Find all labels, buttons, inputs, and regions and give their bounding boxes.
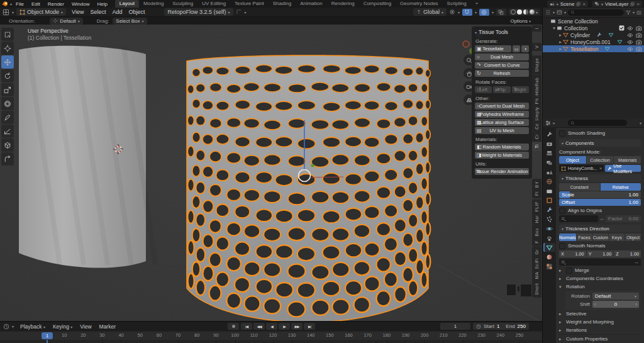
shift-field[interactable]: ‹0› (592, 301, 639, 308)
workspace-tab-geometry-nodes[interactable]: Geometry Nodes (396, 0, 442, 8)
pivot-point-icon[interactable] (449, 9, 455, 15)
editor-type-icon[interactable] (3, 9, 9, 16)
chevron-down-icon[interactable]: ▾ (475, 10, 477, 14)
factor-slider[interactable]: Factor 0.00 (606, 215, 641, 222)
orientation-setting-dropdown[interactable]: Default ▾ (50, 18, 82, 25)
tab-collection[interactable] (543, 186, 555, 195)
invert-icon[interactable]: ↔ (599, 216, 604, 222)
mode-dropdown[interactable]: Object Mode ▾ (16, 8, 66, 16)
thickness-mode-relative[interactable]: Relative (601, 183, 641, 191)
menu-window[interactable]: Window (68, 1, 93, 7)
scale-tool-button[interactable] (1, 83, 14, 96)
current-frame-field[interactable]: 1 (440, 323, 470, 330)
tab-object[interactable] (543, 196, 555, 205)
workspace-tab-layout[interactable]: Layout (115, 0, 139, 8)
sidebar-tab-i[interactable]: I (532, 25, 541, 31)
sidebar-tab-fi[interactable]: FI (532, 189, 541, 198)
merge-checkbox[interactable] (566, 267, 572, 274)
workspace-tab-scripting[interactable]: Scripting (443, 0, 471, 8)
menu-file[interactable]: File (12, 1, 28, 7)
filter-icon[interactable] (626, 10, 631, 15)
viewport-menu-add[interactable]: Add (109, 9, 125, 15)
sidebar-tab-f[interactable]: F (532, 238, 541, 246)
scale-slider[interactable]: Scale 1.00 (559, 191, 641, 198)
sidebar-tab-box[interactable]: Box (532, 225, 541, 239)
rotation-mode-dropdown[interactable]: Default ▾ (592, 293, 639, 300)
play-button[interactable]: ▶ (279, 323, 290, 330)
workspace-tab--[interactable]: + (471, 0, 483, 8)
random-materials-button[interactable]: ◧Random Materials (475, 143, 529, 150)
clock-icon[interactable] (3, 323, 9, 330)
camera-icon[interactable] (636, 46, 642, 52)
properties-search-input[interactable] (568, 120, 627, 126)
chevron-down-icon[interactable]: ▾ (553, 10, 555, 14)
transform-tool-button[interactable] (1, 97, 14, 110)
eye-icon[interactable] (627, 32, 633, 38)
viewport-menu-select[interactable]: Select (87, 9, 109, 15)
chevron-down-icon[interactable]: ▾ (553, 121, 555, 125)
display-mode-icon[interactable] (557, 9, 562, 15)
jump-to-end-button[interactable]: ▶| (304, 323, 315, 330)
sidebar-tab-shape[interactable]: Shape (532, 55, 541, 74)
new-viewlayer-icon[interactable] (630, 2, 635, 6)
convert-to-curve-button[interactable]: ↷Convert to Curve (475, 62, 529, 69)
new-collection-icon[interactable] (636, 10, 641, 15)
tab-world[interactable] (543, 177, 555, 186)
play-reverse-button[interactable]: ◀ (266, 323, 277, 330)
custom-properties-panel-header[interactable]: ▸Custom Properties (559, 334, 641, 343)
timeline-ruler[interactable]: 1 10203040506070809010011012013014015016… (0, 331, 542, 340)
viewport-menu-view[interactable]: View (69, 9, 87, 15)
direction-mode-object[interactable]: Object (625, 233, 641, 241)
edit-gizmo-icon[interactable] (236, 9, 242, 15)
camera-icon[interactable] (636, 32, 642, 38)
orientation-dropdown[interactable]: Global ▾ (413, 8, 447, 16)
outliner-row-collection[interactable]: ▾Collection (543, 25, 644, 31)
menu-help[interactable]: Help (93, 1, 111, 7)
timeline-channels[interactable] (0, 340, 542, 343)
material-preview-icon[interactable] (523, 9, 528, 14)
tessellate-button[interactable]: ▣Tessellate (475, 45, 511, 52)
timeline-menu-view[interactable]: View (76, 323, 95, 330)
annotate-tool-button[interactable] (1, 111, 14, 124)
components-coordinates-panel-header[interactable]: ▸Components Coordinates (559, 274, 641, 283)
jump-to-start-button[interactable]: |◀ (241, 323, 252, 330)
chevron-down-icon[interactable]: ▾ (12, 10, 14, 14)
direction-mode-normals[interactable]: Normals (559, 233, 576, 241)
workspace-tab-texture-paint[interactable]: Texture Paint (230, 0, 269, 8)
component-mode-collection[interactable]: Collection (587, 156, 614, 164)
retopoflow-tool-button[interactable] (1, 152, 14, 166)
tessellate-edit-button[interactable]: ▭ (513, 45, 520, 52)
drag-dropdown[interactable]: Select Box ▾ (113, 18, 147, 25)
tab-tool[interactable] (543, 130, 555, 138)
direction-mode-faces[interactable]: Faces (577, 233, 592, 241)
measure-tool-button[interactable] (1, 125, 14, 138)
invert-icon[interactable]: ↔ (634, 259, 639, 265)
tissue-panel-header[interactable]: ▾ Tissue Tools (475, 28, 529, 36)
chevron-down-icon[interactable]: ▾ (564, 10, 566, 14)
merge-panel-header[interactable]: ▸ Merge (559, 266, 641, 274)
chevron-down-icon[interactable]: ▾ (458, 10, 460, 14)
timeline-menu-keying[interactable]: Keying ▾ (49, 323, 76, 330)
close-icon[interactable]: × (582, 1, 586, 7)
tab-material[interactable] (543, 252, 555, 261)
expand-arrow-icon[interactable]: ▾ (552, 26, 557, 31)
expand-arrow-icon[interactable]: ▸ (558, 40, 563, 45)
sidebar-tab-co[interactable]: Co (532, 121, 541, 132)
normals-vertex-group-field[interactable]: ↔ (559, 259, 641, 266)
thickness-direction-panel-header[interactable]: ▾Thickness Direction (559, 225, 641, 232)
close-icon[interactable]: × (636, 1, 640, 7)
tab-view-layer[interactable] (543, 158, 555, 167)
chevron-down-icon[interactable]: ▾ (245, 10, 247, 14)
select-box-button[interactable] (1, 28, 14, 41)
tab-constraints[interactable] (543, 233, 555, 242)
wireframe-shading-icon[interactable] (511, 9, 516, 14)
new-scene-icon[interactable] (576, 2, 580, 6)
workspace-tab-compositing[interactable]: Compositing (359, 0, 396, 8)
prev-keyframe-button[interactable]: ◀◀ (253, 323, 265, 330)
viewport-menu-object[interactable]: Object (125, 9, 148, 15)
clear-object-icon[interactable]: × (599, 166, 602, 171)
checkbox-icon[interactable] (619, 25, 625, 31)
selective-panel-header[interactable]: ▸Selective (559, 310, 641, 318)
rendered-shading-icon[interactable] (530, 9, 535, 14)
viewport-3d[interactable]: User Perspective (1) Collection | Tessel… (0, 25, 542, 321)
